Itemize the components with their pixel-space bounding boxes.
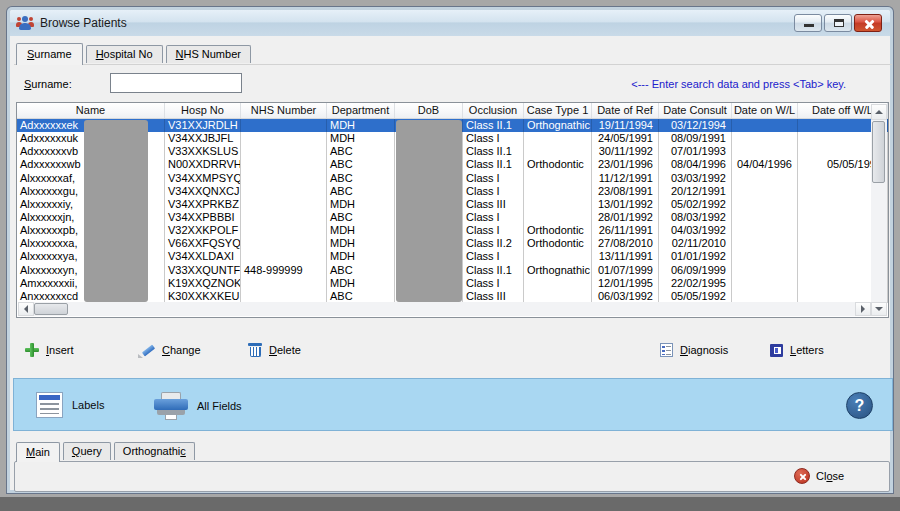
table-cell: Orthognathic [524, 119, 592, 132]
table-cell [241, 211, 327, 224]
table-cell: Class II.2 [463, 237, 524, 250]
table-cell: ABC [327, 145, 395, 158]
scroll-right-button[interactable] [855, 302, 871, 316]
table-cell: V34XXPRKBZ [165, 198, 241, 211]
scroll-left-button[interactable] [18, 302, 34, 316]
all-fields-label: All Fields [197, 400, 242, 412]
surname-label: Surname: [24, 78, 72, 90]
horizontal-scrollbar[interactable] [18, 302, 871, 316]
page-tabs: Main Query Orthognathic [16, 440, 198, 462]
table-cell: 08/03/1992 [659, 211, 732, 224]
table-cell: 02/11/2010 [659, 237, 732, 250]
table-cell: ABC [327, 264, 395, 277]
table-cell [732, 237, 798, 250]
column-header-department[interactable]: Department [327, 103, 395, 118]
table-cell [241, 158, 327, 171]
letters-button[interactable]: Letters [770, 340, 824, 360]
vertical-scroll-thumb[interactable] [872, 121, 885, 183]
diagnosis-button[interactable]: Diagnosis [660, 340, 728, 360]
down-arrow-icon [875, 307, 883, 315]
column-header-date-consult[interactable]: Date Consult [659, 103, 732, 118]
scroll-up-button[interactable] [871, 104, 887, 120]
column-header-name[interactable]: Name [17, 103, 165, 118]
close-button[interactable]: Close [794, 468, 844, 484]
table-cell: 07/01/1993 [659, 145, 732, 158]
change-button[interactable]: Change [138, 340, 201, 360]
table-cell: Class II.1 [463, 158, 524, 171]
close-window-button[interactable] [854, 14, 882, 32]
table-cell: ABC [327, 185, 395, 198]
table-cell [732, 145, 798, 158]
search-hint-text: <--- Enter search data and press <Tab> k… [631, 78, 846, 90]
column-header-dob[interactable]: DoB [395, 103, 463, 118]
horizontal-scroll-thumb[interactable] [34, 303, 68, 315]
table-cell: 19/11/1994 [592, 119, 659, 132]
table-cell: V32XXKPOLF [165, 224, 241, 237]
tab-query[interactable]: Query [63, 442, 111, 460]
diagnosis-label: Diagnosis [680, 344, 728, 356]
maximize-button[interactable] [824, 14, 852, 32]
horizontal-scroll-track[interactable] [68, 302, 855, 316]
table-cell: MDH [327, 132, 395, 145]
column-header-date-of-ref[interactable]: Date of Ref [592, 103, 659, 118]
tab-nhs-number[interactable]: NHS Number [166, 45, 251, 63]
table-cell: 12/01/1995 [592, 277, 659, 290]
minimize-button[interactable] [794, 14, 822, 32]
table-cell: MDH [327, 277, 395, 290]
table-cell: Class III [463, 198, 524, 211]
table-cell [732, 224, 798, 237]
table-cell [732, 119, 798, 132]
column-header-nhs-number[interactable]: NHS Number [241, 103, 327, 118]
labels-button[interactable]: Labels [36, 392, 104, 418]
vertical-scrollbar[interactable] [871, 104, 887, 303]
scroll-down-button[interactable] [871, 302, 887, 316]
column-header-date-on-w-l[interactable]: Date on W/L [732, 103, 798, 118]
table-cell: 06/03/1992 [592, 290, 659, 303]
table-cell: Class I [463, 211, 524, 224]
table-cell [732, 250, 798, 263]
table-cell [732, 290, 798, 303]
table-cell [241, 290, 327, 303]
all-fields-button[interactable]: All Fields [154, 392, 242, 420]
title-bar[interactable]: Browse Patients [10, 10, 890, 36]
change-label: Change [162, 344, 201, 356]
right-arrow-icon [861, 305, 869, 313]
tab-hospital-no[interactable]: Hospital No [86, 45, 163, 63]
table-cell: 03/03/1992 [659, 172, 732, 185]
table-cell: 27/08/2010 [592, 237, 659, 250]
table-cell [524, 198, 592, 211]
minimize-icon [804, 24, 814, 27]
table-cell: 13/01/1992 [592, 198, 659, 211]
table-cell: 05/02/1992 [659, 198, 732, 211]
surname-input[interactable] [110, 73, 242, 93]
delete-button[interactable]: Delete [248, 340, 301, 360]
table-cell: V34XXPBBBI [165, 211, 241, 224]
tab-orthognathic[interactable]: Orthognathic [114, 442, 195, 460]
table-cell: K30XXKXKEU [165, 290, 241, 303]
table-cell [732, 264, 798, 277]
table-cell: 30/11/1992 [592, 145, 659, 158]
tab-main[interactable]: Main [16, 442, 60, 462]
column-header-hosp-no[interactable]: Hosp No [165, 103, 241, 118]
tab-surname[interactable]: Surname [16, 43, 83, 65]
table-cell [241, 277, 327, 290]
print-toolbar: Labels All Fields ? [13, 378, 893, 431]
column-header-case-type-1[interactable]: Case Type 1 [524, 103, 592, 118]
table-cell: ABC [327, 172, 395, 185]
table-cell [241, 224, 327, 237]
insert-button[interactable]: Insert [25, 340, 74, 360]
table-cell: 01/01/1992 [659, 250, 732, 263]
help-button[interactable]: ? [846, 392, 873, 419]
table-cell: Orthodontic [524, 224, 592, 237]
table-cell: ABC [327, 290, 395, 303]
table-cell: Class I [463, 185, 524, 198]
table-cell: 448-999999 [241, 264, 327, 277]
table-cell: 05/05/1992 [659, 290, 732, 303]
table-cell [241, 145, 327, 158]
letters-label: Letters [790, 344, 824, 356]
table-cell [524, 250, 592, 263]
table-cell [524, 132, 592, 145]
column-header-occlusion[interactable]: Occlusion [463, 103, 524, 118]
table-cell: MDH [327, 250, 395, 263]
table-cell: V34XXQNXCJ [165, 185, 241, 198]
